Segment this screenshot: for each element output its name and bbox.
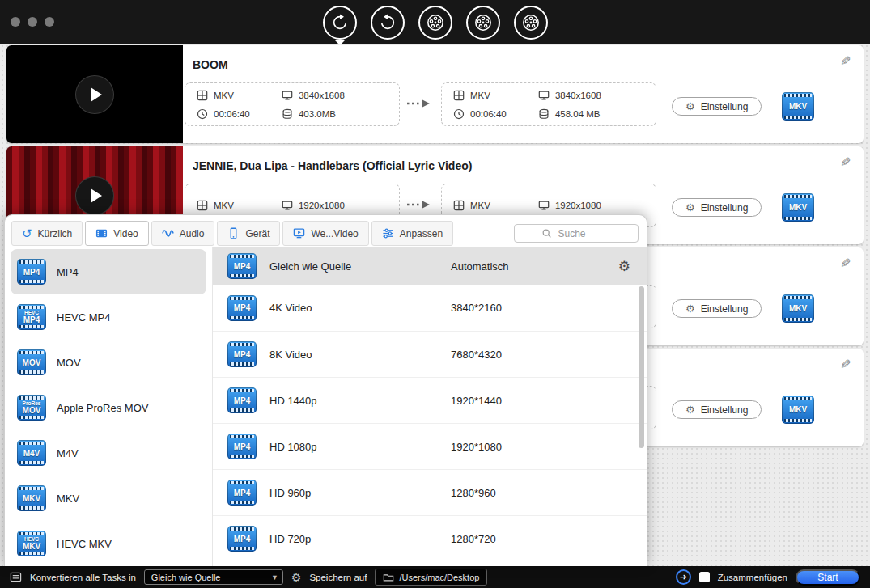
minimize-button[interactable] (28, 17, 37, 27)
folder-icon (383, 572, 394, 583)
convert-arrow-icon (406, 99, 431, 108)
format-item-mov[interactable]: MOV MOV (11, 340, 206, 385)
preset-8k[interactable]: MP4 8K Video 7680*4320 (213, 331, 647, 377)
window-controls (11, 17, 54, 27)
play-button-icon[interactable] (76, 76, 113, 113)
monitor-icon (282, 200, 293, 211)
reel-tab-button-3[interactable] (514, 6, 548, 40)
source-resolution: 1920x1080 (282, 200, 388, 211)
merge-label: Zusammenfügen (718, 573, 787, 582)
output-format-badge[interactable]: MKV (782, 294, 814, 323)
settings-button[interactable]: ⚙Einstellung (672, 198, 762, 217)
edit-title-icon[interactable]: ✎ (840, 53, 851, 69)
reel-tab-button-1[interactable] (418, 6, 452, 40)
play-button-icon[interactable] (76, 177, 113, 214)
source-format: MKV (197, 90, 282, 101)
mp4-badge-icon: MP4 (17, 259, 46, 285)
source-format: MKV (197, 200, 282, 211)
target-format: MKV (453, 90, 538, 101)
mp4-badge-icon: MP4 (227, 526, 257, 552)
mp4-badge-icon: MP4 (227, 341, 257, 367)
target-info-box: MKV 3840x1608 00:06:40 458.04 MB (441, 82, 656, 126)
format-item-mkv[interactable]: MKV MKV (11, 476, 206, 521)
preset-hd-960p[interactable]: MP4 HD 960p 1280*960 (213, 469, 647, 515)
output-format-badge[interactable]: MKV (782, 193, 814, 222)
mp4-badge-icon: MP4 (227, 295, 257, 321)
clock-icon (197, 108, 208, 120)
preset-4k[interactable]: MP4 4K Video 3840*2160 (213, 285, 647, 331)
save-to-label: Speichern auf (309, 573, 367, 582)
output-format-badge[interactable]: MKV (782, 396, 814, 424)
zoom-button[interactable] (45, 17, 54, 27)
tab-audio[interactable]: Audio (151, 221, 215, 246)
bottom-bar: Konvertieren alle Tasks in Gleich wie Qu… (0, 566, 870, 588)
m4v-badge-icon: M4V (17, 440, 46, 466)
task-title: JENNIE, Dua Lipa - Handlebars (Official … (193, 159, 472, 172)
close-button[interactable] (11, 17, 20, 27)
tab-web-video[interactable]: We...Video (282, 221, 368, 246)
edit-title-icon[interactable]: ✎ (840, 154, 851, 170)
speed-tab-button[interactable] (371, 6, 405, 40)
output-settings-gear-icon[interactable]: ⚙ (291, 572, 302, 583)
active-tab-caret (335, 40, 345, 45)
target-resolution: 3840x1608 (538, 90, 644, 101)
gear-icon: ⚙ (685, 303, 695, 314)
search-box[interactable] (514, 224, 639, 243)
chevron-down-icon: ▼ (271, 573, 278, 582)
format-item-prores-mov[interactable]: ProResMOV Apple ProRes MOV (11, 385, 206, 430)
monitor-icon (282, 90, 293, 101)
output-format-select[interactable]: Gleich wie Quelle ▼ (144, 569, 283, 585)
format-item-m4v[interactable]: M4V M4V (11, 430, 206, 476)
preset-same-as-source[interactable]: MP4 Gleich wie Quelle Automatisch ⚙ (213, 247, 647, 285)
settings-button[interactable]: ⚙Einstellung (672, 400, 762, 419)
history-icon: ↺ (22, 227, 32, 239)
gear-icon: ⚙ (685, 202, 695, 213)
format-grid-icon (453, 200, 465, 211)
mp4-badge-icon: MP4 (227, 480, 257, 506)
start-button[interactable]: Start (796, 569, 860, 586)
source-duration: 00:06:40 (197, 108, 282, 120)
preset-hd-1440p[interactable]: MP4 HD 1440p 1920*1440 (213, 377, 647, 423)
source-resolution: 3840x1608 (282, 90, 388, 101)
mov-badge-icon: MOV (17, 349, 46, 375)
mp4-badge-icon: MP4 (227, 253, 257, 279)
gear-icon: ⚙ (685, 404, 695, 415)
converter-tab-button[interactable] (323, 6, 357, 40)
mp4-badge-icon: MP4 (227, 434, 257, 459)
open-output-arrow-button[interactable]: ➜ (676, 569, 691, 585)
convert-all-label: Konvertieren alle Tasks in (30, 573, 136, 582)
web-video-icon (293, 227, 305, 239)
tab-kuerzlich[interactable]: ↺ Kürzlich (11, 221, 83, 246)
save-path-select[interactable]: /Users/mac/Desktop (375, 569, 487, 586)
preset-hd-1080p[interactable]: MP4 HD 1080p 1920*1080 (213, 423, 647, 469)
format-item-hevc-mp4[interactable]: HEVCMP4 HEVC MP4 (11, 294, 206, 340)
preset-scrollbar[interactable] (639, 286, 644, 448)
source-info-box: MKV 3840x1608 00:06:40 403.0MB (185, 82, 400, 126)
output-format-badge[interactable]: MKV (782, 92, 814, 121)
source-size: 403.0MB (282, 108, 388, 120)
settings-button[interactable]: ⚙Einstellung (672, 299, 762, 318)
format-item-hevc-mkv[interactable]: HEVCMKV HEVC MKV (11, 521, 206, 566)
edit-title-icon[interactable]: ✎ (840, 256, 851, 271)
tab-video[interactable]: Video (85, 221, 148, 246)
format-grid-icon (197, 90, 208, 101)
search-input[interactable] (557, 227, 612, 240)
video-thumbnail (6, 45, 183, 143)
task-title: BOOM (193, 58, 228, 71)
preset-settings-icon[interactable]: ⚙ (618, 258, 643, 275)
tab-anpassen[interactable]: Anpassen (371, 221, 453, 246)
preset-list: MP4 Gleich wie Quelle Automatisch ⚙ MP4 … (213, 247, 647, 566)
monitor-icon (538, 200, 550, 211)
format-grid-icon (453, 90, 465, 101)
reel-tab-button-2[interactable] (466, 6, 500, 40)
settings-button[interactable]: ⚙Einstellung (672, 97, 762, 116)
film-reel-icon (426, 13, 445, 32)
format-item-mp4[interactable]: MP4 MP4 (11, 249, 206, 294)
tab-geraet[interactable]: Gerät (217, 221, 280, 246)
app-window: BOOM MKV 3840x1608 00:06:40 403.0MB MKV … (0, 0, 870, 588)
preset-hd-720p[interactable]: MP4 HD 720p 1280*720 (213, 515, 647, 561)
disk-icon (282, 108, 293, 120)
filmstrip-icon (95, 227, 108, 239)
edit-title-icon[interactable]: ✎ (840, 357, 851, 372)
merge-checkbox[interactable] (699, 572, 710, 582)
